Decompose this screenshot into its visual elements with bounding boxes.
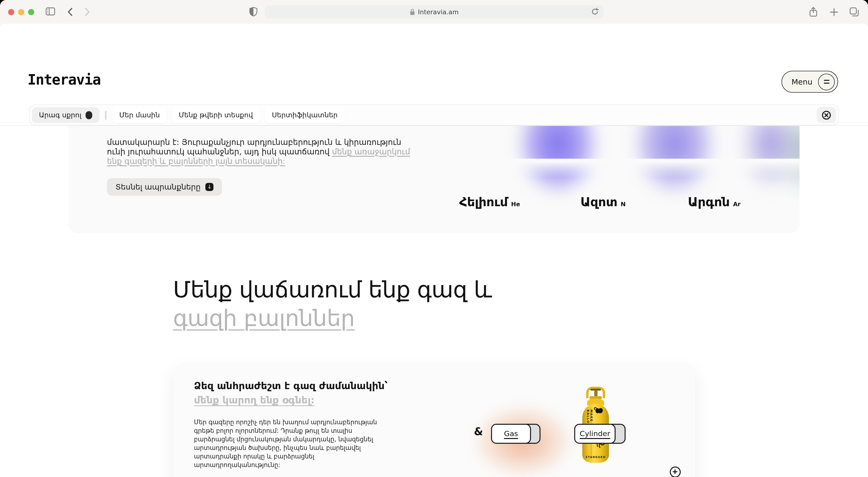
cylinder-valve-handle <box>590 389 601 390</box>
cylinder-valve <box>594 390 597 396</box>
tls-lock-icon <box>410 8 415 15</box>
hamburger-icon <box>818 73 835 90</box>
section-headline: Մենք վաճառում ենք գազ և գազի բալոններ <box>173 276 492 332</box>
sidebar-toggle-icon[interactable] <box>45 7 55 16</box>
safari-window: Interavia.am Հել <box>0 0 868 477</box>
scroll-blob-icon <box>86 111 92 119</box>
new-tab-icon[interactable] <box>830 8 838 16</box>
nav-item-numbers[interactable]: Մենք թվերի տեսքով <box>172 107 260 123</box>
gas-key-button[interactable]: Gas <box>491 424 540 444</box>
url-text: Interavia.am <box>418 8 459 16</box>
address-bar[interactable]: Interavia.am <box>265 5 604 19</box>
web-page: Հելիում He Ազոտ N Արգոն Ar մատակարարն է:… <box>0 24 868 477</box>
nav-divider <box>105 110 106 120</box>
card-heading-line1: Ձեզ անհրաժեշտ է գազ ժամանակին՝ <box>194 380 388 391</box>
privacy-shield-icon[interactable] <box>249 7 258 17</box>
minimize-window-button[interactable] <box>18 9 24 15</box>
headline-line1: Մենք վաճառում ենք գազ և <box>173 276 492 304</box>
menu-button[interactable]: Menu <box>781 71 838 93</box>
gas-label-argon: Արգոն Ar <box>688 195 741 209</box>
tab-overview-icon[interactable] <box>849 7 860 17</box>
card-heading-line2-link[interactable]: մենք կարող ենք օգնել: <box>194 394 315 406</box>
gas-label-nitrogen: Ազոտ N <box>581 195 626 209</box>
site-header: Interavia Menu Արագ սքրոլ Մեր մասին Մենք… <box>0 24 868 126</box>
close-circle-icon <box>822 110 831 120</box>
ampersand: & <box>474 426 483 438</box>
download-arrow-icon: ↓ <box>205 183 213 191</box>
nav-item-certificates[interactable]: Սերտիֆիկատներ <box>265 107 345 123</box>
back-icon[interactable] <box>67 8 73 16</box>
expand-plus-button[interactable] <box>670 467 681 477</box>
cylinder-standard-text: STANDARD <box>582 456 609 458</box>
reload-icon[interactable] <box>591 8 599 16</box>
nav-item-about[interactable]: Մեր մասին <box>112 107 167 123</box>
cylinder-key-button[interactable]: Cylinder <box>574 424 626 444</box>
see-products-button[interactable]: Տեսնել ապրանքները ↓ <box>107 178 222 196</box>
gas-label-helium: Հելիում He <box>459 195 520 209</box>
card-paragraph: Մեր գազերը որոշիչ դեր են խաղում արդյունա… <box>194 418 380 469</box>
balloon-dog-doodle <box>593 407 605 421</box>
nav-close-button[interactable] <box>817 107 836 123</box>
zoom-window-button[interactable] <box>28 9 34 15</box>
offer-card: Ձեզ անհրաժեշտ է գազ ժամանակին՝ մենք կարո… <box>174 363 695 477</box>
nav-quick-scroll[interactable]: Արագ սքրոլ <box>32 107 100 123</box>
site-logo[interactable]: Interavia <box>28 71 100 88</box>
close-window-button[interactable] <box>8 9 14 15</box>
forward-icon[interactable] <box>85 8 90 16</box>
share-icon[interactable] <box>809 7 817 17</box>
page-navbar: Արագ սքրոլ Մեր մասին Մենք թվերի տեսքով Ս… <box>29 104 839 125</box>
headline-line2-link[interactable]: գազի բալոններ <box>173 304 492 332</box>
browser-toolbar: Interavia.am <box>0 0 868 24</box>
hero-paragraph: մատակարարն է: Յուրաքանչյուր արդյունաբերո… <box>107 138 421 166</box>
